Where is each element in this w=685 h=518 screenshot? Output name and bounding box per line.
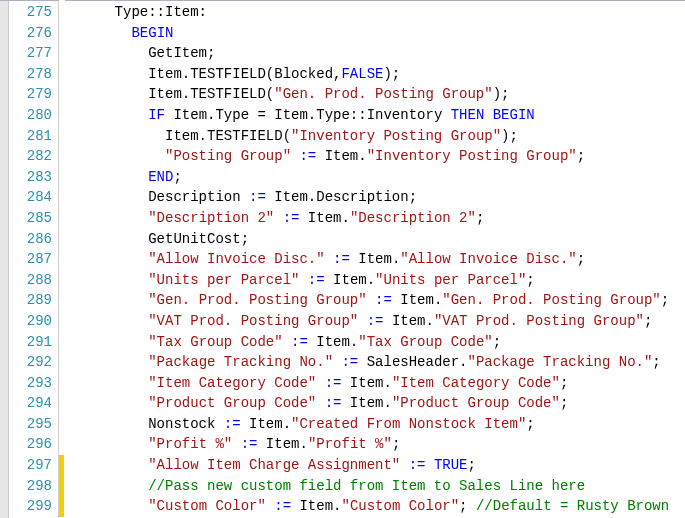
fold-column[interactable] [65, 0, 79, 518]
code-line[interactable]: END; [81, 167, 685, 188]
code-token: "Package Tracking No." [468, 354, 653, 370]
code-token: "Product Group Code" [148, 395, 316, 411]
code-token [81, 498, 148, 514]
code-line[interactable]: "Tax Group Code" := Item."Tax Group Code… [81, 332, 685, 353]
code-line[interactable]: "Allow Item Charge Assignment" := TRUE; [81, 455, 685, 476]
code-token: Item.TESTFIELD( [81, 86, 274, 102]
code-token: ; [173, 169, 181, 185]
code-line[interactable]: IF Item.Type = Item.Type::Inventory THEN… [81, 105, 685, 126]
line-number[interactable]: 277 [9, 43, 52, 64]
line-number[interactable]: 289 [9, 290, 52, 311]
line-number[interactable]: 286 [9, 229, 52, 250]
line-number[interactable]: 276 [9, 23, 52, 44]
code-token [400, 457, 408, 473]
code-line[interactable]: Description := Item.Description; [81, 187, 685, 208]
code-token: := [249, 189, 266, 205]
code-token: Item. [325, 272, 375, 288]
line-number[interactable]: 282 [9, 146, 52, 167]
code-token: Item. [291, 498, 341, 514]
code-line[interactable]: //Pass new custom field from Item to Sal… [81, 476, 685, 497]
line-number[interactable]: 280 [9, 105, 52, 126]
code-token [81, 272, 148, 288]
code-line[interactable]: "Allow Invoice Disc." := Item."Allow Inv… [81, 249, 685, 270]
code-area[interactable]: Type::Item: BEGIN GetItem; Item.TESTFIEL… [79, 0, 685, 518]
line-number[interactable]: 295 [9, 414, 52, 435]
code-token: TRUE [434, 457, 468, 473]
code-line[interactable]: "VAT Prod. Posting Group" := Item."VAT P… [81, 311, 685, 332]
code-token: "Gen. Prod. Posting Group" [148, 292, 366, 308]
code-token [316, 395, 324, 411]
code-token: Nonstock [81, 416, 224, 432]
code-token: BEGIN [131, 25, 173, 41]
code-token: Item. [308, 334, 358, 350]
code-token [81, 375, 148, 391]
code-token: "VAT Prod. Posting Group" [434, 313, 644, 329]
code-token: SalesHeader. [358, 354, 467, 370]
code-line[interactable]: GetItem; [81, 43, 685, 64]
code-token: FALSE [341, 66, 383, 82]
line-number[interactable]: 296 [9, 434, 52, 455]
line-number[interactable]: 284 [9, 187, 52, 208]
code-token [299, 272, 307, 288]
code-line[interactable]: "Description 2" := Item."Description 2"; [81, 208, 685, 229]
code-token [425, 457, 433, 473]
line-number[interactable]: 294 [9, 393, 52, 414]
code-token: //Pass new custom field from Item to Sal… [148, 478, 585, 494]
code-line[interactable]: BEGIN [81, 23, 685, 44]
code-line[interactable]: "Item Category Code" := Item."Item Categ… [81, 373, 685, 394]
line-number[interactable]: 281 [9, 126, 52, 147]
code-token: ; [468, 457, 476, 473]
line-number[interactable]: 290 [9, 311, 52, 332]
line-number[interactable]: 297 [9, 455, 52, 476]
code-line[interactable]: Nonstock := Item."Created From Nonstock … [81, 414, 685, 435]
line-number[interactable]: 287 [9, 249, 52, 270]
code-line[interactable]: "Gen. Prod. Posting Group" := Item."Gen.… [81, 290, 685, 311]
code-line[interactable]: "Package Tracking No." := SalesHeader."P… [81, 352, 685, 373]
code-token: := [367, 313, 384, 329]
line-number[interactable]: 299 [9, 496, 52, 517]
change-mark [59, 455, 64, 476]
code-line[interactable]: "Posting Group" := Item."Inventory Posti… [81, 146, 685, 167]
code-token [325, 251, 333, 267]
line-number[interactable]: 283 [9, 167, 52, 188]
code-token [81, 169, 148, 185]
line-number[interactable]: 278 [9, 64, 52, 85]
line-number-gutter[interactable]: 2752762772782792802812822832842852862872… [9, 0, 59, 518]
code-token: := [409, 457, 426, 473]
code-token: "Description 2" [350, 210, 476, 226]
line-number[interactable]: 288 [9, 270, 52, 291]
code-line[interactable]: "Profit %" := Item."Profit %"; [81, 434, 685, 455]
code-token [274, 210, 282, 226]
code-line[interactable]: Item.TESTFIELD("Gen. Prod. Posting Group… [81, 84, 685, 105]
code-editor[interactable]: 2752762772782792802812822832842852862872… [0, 0, 685, 518]
change-mark [59, 496, 64, 517]
code-line[interactable]: Item.TESTFIELD(Blocked,FALSE); [81, 64, 685, 85]
code-token: Item. [316, 148, 366, 164]
code-token: ; [577, 148, 585, 164]
code-line[interactable]: "Product Group Code" := Item."Product Gr… [81, 393, 685, 414]
line-number[interactable]: 279 [9, 84, 52, 105]
code-token [81, 478, 148, 494]
code-line[interactable]: GetUnitCost; [81, 229, 685, 250]
code-token [232, 436, 240, 452]
code-token: "Profit %" [148, 436, 232, 452]
code-token: ; [493, 334, 501, 350]
code-line[interactable]: Item.TESTFIELD("Inventory Posting Group"… [81, 126, 685, 147]
code-line[interactable]: "Custom Color" := Item."Custom Color"; /… [81, 496, 685, 517]
code-token: Item. [392, 292, 442, 308]
line-number[interactable]: 292 [9, 352, 52, 373]
code-token: IF [148, 107, 165, 123]
line-number[interactable]: 293 [9, 373, 52, 394]
code-token: "Gen. Prod. Posting Group" [274, 86, 492, 102]
code-token: Item.TESTFIELD(Blocked, [81, 66, 341, 82]
line-number[interactable]: 275 [9, 2, 52, 23]
code-token: THEN BEGIN [451, 107, 535, 123]
code-token: "VAT Prod. Posting Group" [148, 313, 358, 329]
code-line[interactable]: Type::Item: [81, 2, 685, 23]
code-token: "Allow Invoice Disc." [148, 251, 324, 267]
code-token: "Posting Group" [165, 148, 291, 164]
line-number[interactable]: 298 [9, 476, 52, 497]
line-number[interactable]: 291 [9, 332, 52, 353]
line-number[interactable]: 285 [9, 208, 52, 229]
code-line[interactable]: "Units per Parcel" := Item."Units per Pa… [81, 270, 685, 291]
